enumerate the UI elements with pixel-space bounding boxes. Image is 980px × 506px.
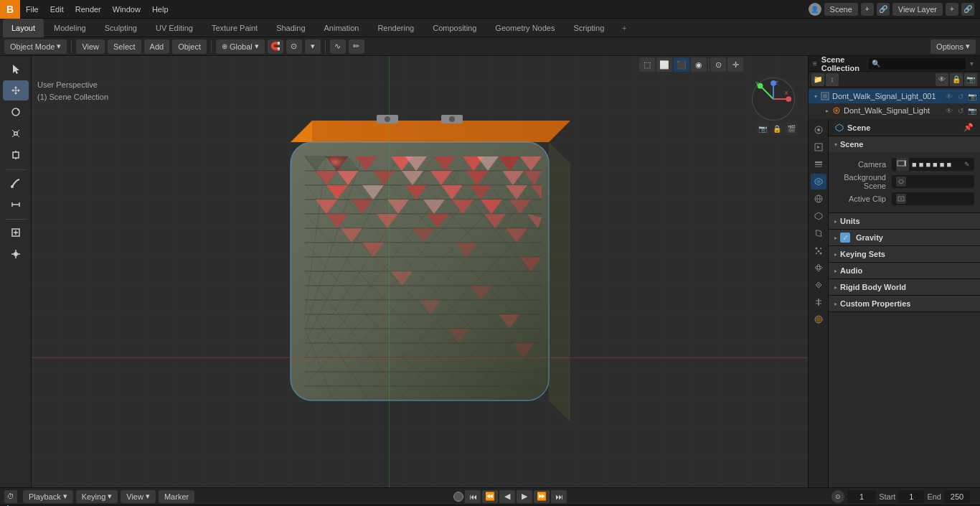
start-frame-input[interactable] [898,490,924,503]
tab-rendering[interactable]: Rendering [369,19,423,37]
tool-transform[interactable] [3,145,29,165]
tool-origin[interactable] [3,244,29,264]
prop-icon-output[interactable] [811,139,826,155]
tab-geometry-nodes[interactable]: Geometry Nodes [486,19,563,37]
outliner-visibility-1[interactable]: 👁 [944,91,954,101]
menu-file[interactable]: File [20,0,44,18]
end-frame-input[interactable] [944,490,970,503]
outliner-search-input[interactable] [869,58,966,70]
outliner-restrict-col-3[interactable]: 📷 [964,73,977,86]
snap-btn[interactable]: 🧲 [268,39,283,54]
rigid-body-section-header[interactable]: ▸ Rigid Body World [829,279,980,295]
proportional-falloff-btn[interactable]: ▾ [305,39,321,54]
shading-solid-btn[interactable]: ⬜ [656,57,672,72]
navigation-gizmo[interactable]: X Y Z 📷 🔒 🎬 [752,78,802,128]
shading-material-btn[interactable]: ⬛ [674,57,689,72]
tab-modeling[interactable]: Modeling [45,19,95,37]
prop-icon-world[interactable] [811,191,826,207]
gizmo-circle[interactable]: X Y Z [752,78,795,121]
outliner-render-2[interactable]: 📷 [967,106,977,116]
outliner-select-2[interactable]: ↺ [956,106,966,116]
outliner-filter-btn[interactable]: ▾ [969,58,976,70]
scene-selector[interactable]: Scene [824,3,858,16]
jump-end-btn[interactable]: ⏭ [551,490,567,503]
units-section-header[interactable]: ▸ Units [829,213,980,229]
outliner-item-scene-collection[interactable]: ▾ Dont_Walk_Signal_Light_001 👁 ↺ 📷 [809,89,980,103]
jump-start-btn[interactable]: ⏮ [465,490,481,503]
view-camera-btn[interactable]: 🎬 [785,122,798,135]
prop-icon-physics[interactable] [811,260,826,276]
frame-indicator-icon[interactable]: ⊙ [831,490,844,503]
transform-global-btn[interactable]: ⊕ Global ▾ [216,39,265,54]
gizmo-toggle-btn[interactable]: ✛ [727,57,743,72]
proportional-btn[interactable]: ⊙ [286,39,302,54]
camera-value-field[interactable]: ■ ■ ■ ■ ■ ■ ✎ [892,158,974,171]
menu-window[interactable]: Window [107,0,146,18]
tool-move[interactable] [3,80,29,100]
grease-btn[interactable]: ✏ [349,39,364,54]
custom-properties-section-header[interactable]: ▸ Custom Properties [829,296,980,311]
view-layer-link-btn[interactable]: 🔗 [961,3,974,16]
gravity-section-header[interactable]: ▸ ✓ Gravity [829,230,980,245]
tool-cursor[interactable] [3,59,29,79]
outliner-expand-1[interactable]: ▾ [811,92,820,100]
tool-scale[interactable] [3,123,29,144]
active-clip-value-field[interactable] [892,192,974,205]
outliner-item-signal-light[interactable]: ▸ Dont_Walk_Signal_Light 👁 ↺ 📷 [809,103,980,118]
view-layer-new-btn[interactable]: + [946,3,958,16]
prop-icon-scene[interactable] [811,174,826,189]
tool-measure[interactable] [3,195,29,215]
object-mode-btn[interactable]: Object Mode ▾ [4,39,67,54]
overlay-btn[interactable]: ⊙ [710,57,726,72]
play-back-btn[interactable]: ◀ [499,490,515,503]
tab-uv-editing[interactable]: UV Editing [147,19,202,37]
keying-sets-section-header[interactable]: ▸ Keying Sets [829,246,980,262]
menu-render[interactable]: Render [70,0,107,18]
view-lock-btn[interactable]: 🔒 [771,122,783,135]
menu-edit[interactable]: Edit [44,0,70,18]
prop-icon-constraints[interactable] [811,277,826,293]
options-btn[interactable]: Options ▾ [930,39,976,54]
record-btn[interactable] [453,492,463,502]
outliner-sort-btn[interactable]: ↕ [826,73,839,86]
outliner-render-1[interactable]: 📷 [967,91,977,101]
prop-icon-particles[interactable] [811,243,826,258]
outliner-restrict-col-1[interactable]: 👁 [936,73,948,86]
playback-btn[interactable]: Playback ▾ [23,490,73,503]
viewport-canvas[interactable]: User Perspective (1) Scene Collection [32,56,808,487]
scene-link-btn[interactable]: 🔗 [877,3,890,16]
marker-btn[interactable]: Marker [159,490,194,503]
select-menu-btn[interactable]: Select [108,39,141,54]
tool-annotate[interactable] [3,173,29,193]
step-back-btn[interactable]: ⏪ [482,490,498,503]
prop-icon-material[interactable] [811,311,826,327]
outliner-expand-2[interactable]: ▸ [823,106,831,115]
tab-scripting[interactable]: Scripting [565,19,613,37]
curve-btn[interactable]: ∿ [330,39,346,54]
audio-section-header[interactable]: ▸ Audio [829,263,980,278]
add-workspace-tab-btn[interactable]: + [617,21,631,35]
tab-compositing[interactable]: Compositing [424,19,485,37]
3d-viewport[interactable]: User Perspective (1) Scene Collection [32,56,808,487]
user-avatar[interactable]: 👤 [809,3,821,16]
prop-icon-data[interactable] [811,294,826,310]
tool-rotate[interactable] [3,102,29,122]
scene-new-btn[interactable]: + [861,3,874,16]
timeline-header-icon[interactable]: ⏱ [4,490,17,503]
outliner-restrict-col-2[interactable]: 🔒 [950,73,963,86]
tab-texture-paint[interactable]: Texture Paint [203,19,266,37]
tab-sculpting[interactable]: Sculpting [96,19,146,37]
shading-rendered-btn[interactable]: ◉ [691,57,707,72]
tab-animation[interactable]: Animation [316,19,368,37]
scene-section-header[interactable]: ▾ Scene [829,136,980,152]
bg-scene-value-field[interactable] [892,175,974,188]
tab-shading[interactable]: Shading [268,19,314,37]
add-menu-btn[interactable]: Add [144,39,170,54]
play-btn[interactable]: ▶ [517,490,532,503]
view-layer-selector[interactable]: View Layer [892,3,943,16]
shading-wireframe-btn[interactable]: ⬚ [639,57,655,72]
current-frame-input[interactable] [847,490,876,503]
tool-add-object[interactable] [3,222,29,243]
prop-icon-modifiers[interactable] [811,225,826,241]
menu-help[interactable]: Help [146,0,174,18]
